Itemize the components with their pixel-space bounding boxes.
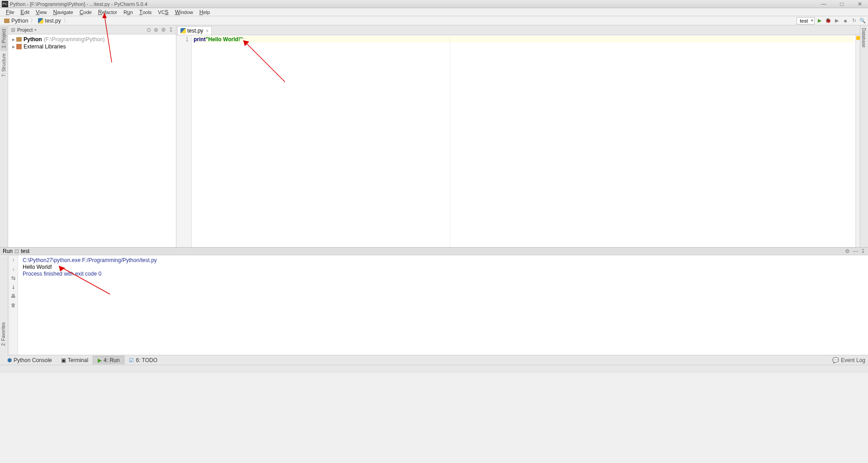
editor-area: test.py × 1 print"Hello World!"; xyxy=(176,25,860,247)
editor-tabs: test.py × xyxy=(176,25,860,35)
run-panel-title-prefix: Run xyxy=(3,248,13,254)
breadcrumb-project-label: Python xyxy=(11,18,28,24)
tab-label: 6: TODO xyxy=(136,357,157,363)
panel-dropdown-icon[interactable]: ▾ xyxy=(34,28,37,32)
folder-icon xyxy=(4,19,9,23)
hide-panel-icon[interactable]: ↧ xyxy=(861,248,865,254)
python-icon: ⬢ xyxy=(7,357,12,363)
expand-arrow-icon[interactable]: ▸ xyxy=(11,43,16,50)
run-panel-config-name: test xyxy=(21,248,29,254)
stop-button[interactable]: ■ xyxy=(842,17,849,24)
tree-root-path: (F:\Programming\Python) xyxy=(44,36,105,43)
run-panel-header: Run ⊡ test ⚙ — ↧ xyxy=(0,247,868,255)
run-panel: ▶ ■ ‖ ▦ ⎘ ✕ ? ↑ ↓ ⇆ ⤓ 🖶 🗑 C:\Python27\py… xyxy=(0,255,868,355)
event-log-label: Event Log xyxy=(841,357,865,363)
error-stripe xyxy=(855,35,860,247)
warning-marker[interactable] xyxy=(856,36,860,40)
event-log-button[interactable]: 💬 Event Log xyxy=(832,357,865,363)
soft-wrap-icon[interactable]: ⇆ xyxy=(10,275,17,282)
maximize-button[interactable]: □ xyxy=(835,1,848,7)
tab-favorites[interactable]: 2: Favorites xyxy=(0,320,7,348)
project-panel-header: ⊞ Project ▾ ⊙ ⊕ ⚙ ↧ xyxy=(8,25,176,34)
close-tab-icon[interactable]: × xyxy=(206,29,209,33)
breadcrumb-project[interactable]: Python xyxy=(2,18,30,24)
breadcrumb-file-label: test.py xyxy=(45,18,61,24)
breadcrumb-file[interactable]: test.py xyxy=(36,18,63,24)
tab-python-console[interactable]: ⬢ Python Console xyxy=(3,356,57,364)
menu-tools[interactable]: Tools xyxy=(136,9,155,15)
tab-database[interactable]: Database xyxy=(860,25,867,50)
menu-window[interactable]: Window xyxy=(172,9,196,15)
tab-terminal[interactable]: ▣ Terminal xyxy=(57,356,93,364)
console-command: C:\Python27\python.exe F:/Programming/Py… xyxy=(23,257,863,264)
clear-all-icon[interactable]: 🗑 xyxy=(10,302,17,309)
menu-navigate[interactable]: Navigate xyxy=(50,9,76,15)
tab-label: Python Console xyxy=(14,357,52,363)
run-with-coverage-button[interactable]: ▶ xyxy=(833,17,840,24)
scroll-from-source-icon[interactable]: ⊕ xyxy=(154,27,158,33)
string-literal: "Hello World!" xyxy=(206,36,243,43)
menu-run[interactable]: Run xyxy=(120,9,136,15)
left-tool-gutter: 1: Project 7: Structure xyxy=(0,25,8,247)
up-button[interactable]: ↑ xyxy=(10,257,17,263)
menu-file[interactable]: File xyxy=(3,9,17,15)
gear-icon[interactable]: ⚙ xyxy=(845,248,850,254)
status-bar xyxy=(0,365,868,373)
main-area: 1: Project 7: Structure ⊞ Project ▾ ⊙ ⊕ … xyxy=(0,25,868,247)
project-panel-title: Project xyxy=(17,27,33,33)
margin-guide xyxy=(450,35,450,247)
title-bar: PC Python - [F:\Programming\Python] - ..… xyxy=(0,0,868,8)
tree-root[interactable]: ▸ Python (F:\Programming\Python) xyxy=(11,36,173,43)
tree-external-libs-label: External Libraries xyxy=(24,43,66,50)
project-panel: ⊞ Project ▾ ⊙ ⊕ ⚙ ↧ ▸ Python (F:\Program… xyxy=(8,25,176,247)
minimize-button[interactable]: — xyxy=(817,1,830,7)
menu-refactor[interactable]: Refactor xyxy=(95,9,120,15)
run-config-dropdown[interactable]: test xyxy=(797,17,815,24)
collapse-all-icon[interactable]: ⊙ xyxy=(147,27,151,33)
menu-code[interactable]: Code xyxy=(76,9,95,15)
console-exit: Process finished with exit code 0 xyxy=(23,271,863,277)
scroll-to-end-icon[interactable]: ⤓ xyxy=(10,284,17,291)
editor-body[interactable]: 1 print"Hello World!"; xyxy=(176,35,860,247)
expand-arrow-icon[interactable]: ▸ xyxy=(11,36,16,43)
menu-edit[interactable]: Edit xyxy=(17,9,33,15)
menu-view[interactable]: View xyxy=(33,9,50,15)
close-button[interactable]: ✕ xyxy=(854,1,866,7)
folder-icon xyxy=(16,37,22,42)
app-icon: PC xyxy=(2,1,8,7)
code-line[interactable]: print"Hello World!"; xyxy=(194,36,854,43)
tree-root-name: Python xyxy=(24,36,42,43)
editor-tab[interactable]: test.py × xyxy=(177,26,212,35)
python-file-icon xyxy=(38,18,43,24)
line-number: 1 xyxy=(176,36,189,43)
project-tree: ▸ Python (F:\Programming\Python) ▸ Exter… xyxy=(8,34,176,52)
rerun-button[interactable]: ↻ xyxy=(850,17,858,24)
tab-run[interactable]: ▶ 4: Run xyxy=(93,356,124,364)
run-button[interactable]: ▶ xyxy=(816,17,823,24)
editor-tab-name: test.py xyxy=(187,28,203,34)
settings-icon[interactable]: ⚙ xyxy=(161,27,166,33)
menu-help[interactable]: Help xyxy=(196,9,213,15)
hide-panel-icon[interactable]: ↧ xyxy=(169,27,173,33)
print-icon[interactable]: 🖶 xyxy=(10,293,17,300)
debug-button[interactable]: 🐞 xyxy=(825,17,832,24)
search-button[interactable]: 🔍 xyxy=(859,17,866,24)
keyword: print xyxy=(194,36,206,43)
panel-mode-icon[interactable]: ⊞ xyxy=(11,27,15,33)
code-area[interactable]: print"Hello World!"; xyxy=(192,35,855,247)
tab-structure[interactable]: 7: Structure xyxy=(0,51,7,80)
tab-project[interactable]: 1: Project xyxy=(0,26,7,51)
tab-label: 4: Run xyxy=(104,357,119,363)
tab-todo[interactable]: ☑ 6: TODO xyxy=(124,356,162,364)
tab-label: Terminal xyxy=(68,357,88,363)
tree-external-libs[interactable]: ▸ External Libraries xyxy=(11,43,173,50)
console-output[interactable]: C:\Python27\python.exe F:/Programming/Py… xyxy=(18,255,868,355)
breadcrumb-sep: 〉 xyxy=(30,17,36,24)
menu-vcs[interactable]: VCS xyxy=(155,9,171,15)
run-icon: ⊡ xyxy=(14,248,19,254)
bottom-tool-tabs: ⬢ Python Console ▣ Terminal ▶ 4: Run ☑ 6… xyxy=(0,355,868,365)
console-stdout: Hello World! xyxy=(23,264,863,271)
minimize-panel-icon[interactable]: — xyxy=(853,248,858,254)
down-button[interactable]: ↓ xyxy=(10,266,17,272)
library-icon xyxy=(16,44,22,49)
